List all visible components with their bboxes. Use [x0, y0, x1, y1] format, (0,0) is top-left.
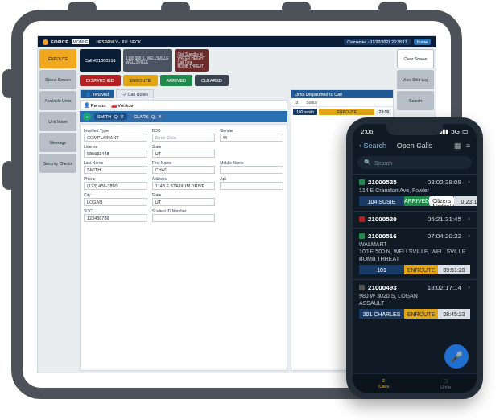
search-icon: 🔍: [364, 159, 371, 166]
rail-available-units[interactable]: Available Units: [39, 91, 76, 110]
state-label: State: [152, 144, 216, 149]
home-button[interactable]: Home: [414, 39, 431, 45]
network-label: 5G: [451, 128, 460, 135]
sid-label: Student ID Number: [152, 208, 216, 213]
call-time: 07:04:20:22: [428, 233, 461, 240]
search-button[interactable]: Search: [397, 91, 434, 110]
unit-time: 0:23:10: [454, 196, 477, 206]
call-loc-line2: WELLSVILLE: [126, 60, 169, 64]
status-dot-icon: [359, 285, 365, 290]
apt-input[interactable]: [220, 182, 283, 190]
left-rail: ENROUTE Status Screen Available Units Un…: [38, 47, 78, 373]
close-icon[interactable]: ✕: [120, 114, 124, 119]
status-dot-icon: [359, 179, 365, 185]
calls-list[interactable]: 21000525 03:02:38:08 › 114 E Cranston Av…: [353, 172, 477, 325]
call-number-pill[interactable]: Call #21000516: [80, 49, 121, 72]
phone-bottom-tabs: ≡ Calls ☐ Units: [353, 373, 477, 393]
tab-involved[interactable]: 👤 Involved: [80, 89, 114, 98]
unit-chip: 301 CHARLES: [359, 309, 404, 319]
voice-fab[interactable]: 🎤: [444, 344, 469, 369]
subtab-person[interactable]: 👤 Person: [84, 102, 106, 108]
shield-icon: ☐: [444, 378, 448, 384]
rail-message[interactable]: Message: [39, 133, 76, 152]
brand-icon: [43, 39, 48, 45]
page-title: Open Calls: [397, 142, 433, 150]
phone-title-bar: ‹ Search Open Calls ▦ ≡: [353, 138, 477, 153]
soc-label: SOC: [84, 208, 147, 213]
chevron-right-icon: ›: [468, 215, 470, 223]
rail-enroute[interactable]: ENROUTE: [39, 49, 76, 68]
city-label: City: [84, 192, 147, 197]
battery-icon: ▭: [462, 128, 469, 135]
license-label: License: [84, 144, 147, 149]
clear-screen-button[interactable]: Clear Screen: [397, 49, 434, 68]
unit-id: 102 smith: [293, 109, 317, 115]
call-address: 114 E Cranston Ave, Fowler: [359, 187, 470, 193]
gender-label: Gender: [220, 128, 283, 133]
tab-units[interactable]: ☐ Units: [415, 374, 477, 393]
involved-type-input[interactable]: COMPLAINANT: [84, 134, 147, 142]
call-location-chip: 1100 300 S, WELLSVILLE WELLSVILLE: [123, 49, 172, 72]
call-number: 21000525: [368, 179, 397, 186]
search-input[interactable]: 🔍 Search: [357, 156, 472, 169]
person-bar: + SMITH -Q, ✕ CLARK -Q, ✕: [80, 111, 287, 122]
tab-call-notes[interactable]: 🗨 Call Notes: [116, 89, 154, 98]
dob-input[interactable]: Enter Date: [152, 134, 216, 142]
person-chip-2[interactable]: CLARK -Q, ✕: [130, 113, 165, 120]
rail-security-checks[interactable]: Security Checks: [39, 154, 76, 173]
license-input[interactable]: 986633448: [84, 150, 147, 158]
status-dot-icon: [359, 216, 365, 222]
state2-input[interactable]: UT: [152, 198, 216, 206]
sid-input[interactable]: [152, 214, 216, 222]
call-number: 21000520: [368, 216, 397, 223]
grid-icon[interactable]: ▦: [454, 142, 461, 150]
chevron-right-icon: ›: [468, 178, 470, 186]
view-shift-log-button[interactable]: View Shift Log: [397, 70, 434, 89]
unit-status-chip: ENROUTE: [404, 309, 438, 319]
unit-row[interactable]: 102 smith ENROUTE 23:09: [291, 107, 393, 117]
status-dot-icon: [359, 233, 365, 239]
list-icon: ≡: [382, 378, 386, 383]
call-time: 05:21:31:45: [428, 216, 461, 223]
back-button[interactable]: ‹ Search: [359, 142, 386, 150]
close-icon[interactable]: ✕: [158, 114, 162, 119]
address-input[interactable]: 1148 E STADIUM DRIVE: [152, 182, 216, 190]
firstname-input[interactable]: CHAD: [152, 166, 216, 174]
brand: FORCE MOBILE: [43, 39, 89, 45]
status-arrived[interactable]: ARRIVED: [160, 75, 192, 86]
city-input[interactable]: LOGAN: [84, 198, 147, 206]
involved-type-label: Involved Type: [84, 128, 147, 133]
add-person-button[interactable]: +: [83, 113, 91, 121]
phone-device: 2:06 ▮▮▮▮ 5G ▭ ‹ Search Open Calls ▦ ≡ 🔍…: [346, 117, 483, 399]
person-chip-1[interactable]: SMITH -Q, ✕: [94, 113, 127, 120]
firstname-label: First Name: [152, 160, 216, 165]
lastname-input[interactable]: SMITH: [84, 166, 147, 174]
rail-unit-notes[interactable]: Unit Notes: [39, 112, 76, 131]
state-input[interactable]: UT: [152, 150, 216, 158]
unit-time: 08:45:23: [438, 309, 470, 319]
phone-input[interactable]: (123) 456-7890: [84, 182, 147, 190]
dob-label: DOB: [152, 128, 216, 133]
middlename-input[interactable]: [220, 166, 283, 174]
clock: 2:06: [361, 128, 374, 135]
call-card[interactable]: 21000520 05:21:31:45 ›: [353, 211, 477, 228]
list-icon[interactable]: ≡: [466, 142, 470, 150]
connection-status: Connected - 11/22/2021 23:38:17: [344, 39, 411, 45]
gender-input[interactable]: M: [220, 134, 283, 142]
address-label: Address: [152, 176, 216, 181]
tab-calls[interactable]: ≡ Calls: [353, 374, 415, 393]
status-buttons: DISPATCHED ENROUTE ARRIVED CLEARED: [80, 73, 394, 88]
status-enroute[interactable]: ENROUTE: [123, 75, 158, 86]
status-dispatched[interactable]: DISPATCHED: [80, 75, 121, 86]
unit-chip: 101: [359, 265, 404, 274]
call-card[interactable]: 21000525 03:02:38:08 › 114 E Cranston Av…: [353, 174, 477, 211]
status-cleared[interactable]: CLEARED: [195, 75, 229, 86]
units-col-status: Status: [306, 100, 317, 105]
rail-status-screen[interactable]: Status Screen: [39, 70, 76, 89]
soc-input[interactable]: 123456789: [84, 214, 147, 222]
subtab-vehicle[interactable]: 🚗 Vehicle: [111, 102, 134, 108]
call-card[interactable]: 21000493 18:02:17:14 › 980 W 3020 S, LOG…: [353, 279, 477, 323]
location-box: Citizens Medical Center: [429, 196, 454, 206]
call-card[interactable]: 21000516 07:04:20:22 › WALMART 100 E 500…: [353, 228, 477, 279]
tab-involved-label: Involved: [93, 92, 109, 97]
